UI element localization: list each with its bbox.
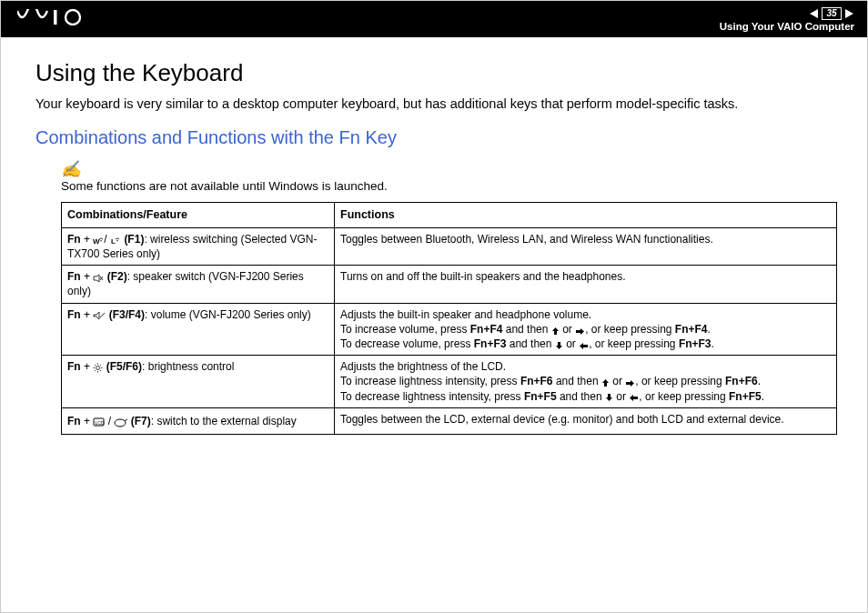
section-label: Using Your VAIO Computer	[720, 21, 854, 32]
svg-point-30	[115, 419, 126, 427]
func-cell: Turns on and off the built-in speakers a…	[335, 266, 837, 303]
svg-line-10	[100, 313, 105, 317]
arrow-right-icon	[625, 377, 635, 387]
svg-line-23	[100, 365, 101, 366]
brightness-icon	[93, 362, 103, 373]
arrow-down-icon	[605, 391, 613, 402]
svg-text:W: W	[93, 237, 100, 246]
svg-marker-26	[606, 394, 612, 401]
col-header-func: Functions	[335, 203, 837, 228]
arrow-left-icon	[579, 339, 589, 350]
svg-marker-9	[94, 312, 99, 319]
combo-cell: Fn + W/ L (F1): wireless switching (Sele…	[62, 227, 335, 265]
page-content: Using the Keyboard Your keyboard is very…	[1, 37, 867, 435]
func-cell: Toggles between Bluetooth, Wireless LAN,…	[335, 227, 837, 265]
table-row: Fn + (F2): speaker switch (VGN-FJ200 Ser…	[62, 266, 837, 303]
svg-point-15	[96, 367, 100, 370]
svg-marker-24	[602, 379, 609, 387]
svg-marker-6	[94, 275, 99, 282]
svg-text:L: L	[111, 237, 116, 246]
vaio-logo	[17, 7, 88, 31]
wireless-l-icon: L	[110, 235, 121, 246]
table-row: Fn + W/ L (F1): wireless switching (Sele…	[62, 227, 837, 265]
svg-line-21	[100, 370, 101, 371]
svg-marker-25	[626, 380, 634, 387]
arrow-right-icon	[575, 325, 585, 336]
note-icon: ✍	[61, 161, 833, 177]
svg-text:LCD: LCD	[96, 419, 105, 425]
arrow-left-icon	[629, 391, 639, 402]
volume-icon	[93, 309, 106, 320]
header-right: 35 Using Your VAIO Computer	[720, 7, 854, 32]
svg-rect-0	[54, 10, 57, 25]
arrow-up-icon	[601, 377, 610, 387]
svg-marker-13	[556, 342, 562, 349]
arrow-up-icon	[551, 325, 560, 336]
func-cell: Toggles between the LCD, external device…	[335, 407, 837, 434]
svg-marker-11	[552, 327, 559, 335]
lcd-icon: LCD	[93, 417, 105, 427]
arrow-down-icon	[555, 339, 563, 350]
header-bar: 35 Using Your VAIO Computer	[1, 1, 867, 37]
external-display-icon	[114, 417, 127, 427]
svg-line-22	[95, 370, 96, 371]
intro-text: Your keyboard is very similar to a deskt…	[35, 96, 833, 111]
table-header-row: Combinations/Feature Functions	[62, 203, 837, 228]
wireless-w-icon: W	[93, 235, 104, 246]
combo-cell: Fn + (F5/F6): brightness control	[62, 356, 335, 408]
note-block: ✍ Some functions are not available until…	[61, 161, 833, 193]
svg-marker-14	[580, 343, 588, 349]
prev-page-arrow[interactable]	[809, 8, 820, 19]
svg-line-20	[95, 365, 96, 366]
section-subtitle: Combinations and Functions with the Fn K…	[35, 127, 833, 148]
speaker-mute-icon	[93, 272, 104, 283]
page-nav: 35	[720, 7, 854, 20]
combo-cell: Fn + (F3/F4): volume (VGN-FJ200 Series o…	[62, 303, 335, 356]
func-cell: Adjusts the built-in speaker and headpho…	[335, 303, 837, 356]
svg-marker-27	[630, 395, 638, 401]
svg-marker-2	[810, 9, 818, 18]
table-row: Fn + (F5/F6): brightness control Adjusts…	[62, 356, 837, 408]
func-cell: Adjusts the brightness of the LCD. To in…	[335, 356, 837, 408]
combo-cell: Fn + (F2): speaker switch (VGN-FJ200 Ser…	[62, 266, 335, 303]
col-header-combo: Combinations/Feature	[62, 203, 335, 228]
svg-point-1	[66, 10, 80, 25]
page-number: 35	[822, 7, 842, 20]
note-text: Some functions are not available until W…	[61, 179, 833, 193]
combo-cell: Fn + LCD / (F7): switch to the external …	[62, 407, 335, 434]
page-title: Using the Keyboard	[35, 59, 833, 87]
table-row: Fn + LCD / (F7): switch to the external …	[62, 407, 837, 434]
fn-key-table: Combinations/Feature Functions Fn + W/ L…	[61, 202, 837, 435]
next-page-arrow[interactable]	[843, 8, 854, 19]
table-row: Fn + (F3/F4): volume (VGN-FJ200 Series o…	[62, 303, 837, 356]
svg-line-31	[125, 419, 127, 421]
svg-marker-3	[845, 9, 853, 18]
svg-marker-12	[576, 328, 584, 335]
